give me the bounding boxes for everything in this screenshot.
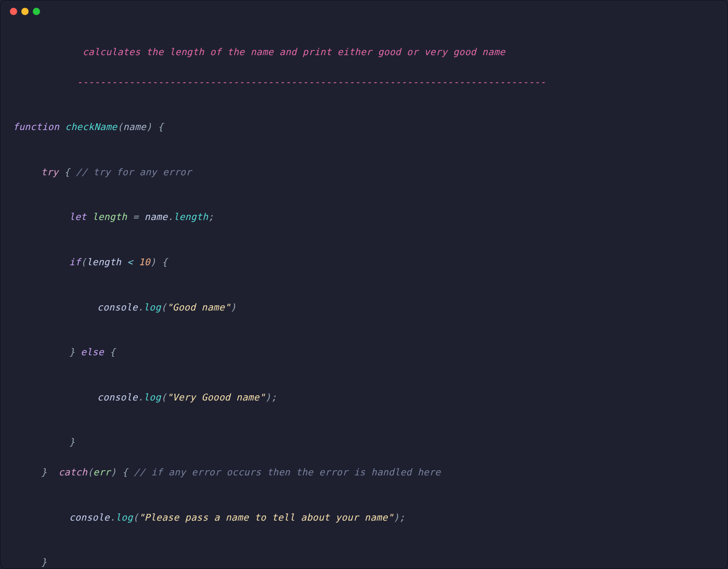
paren-open: (: [81, 256, 86, 267]
code-line: } else {: [13, 345, 715, 360]
code-window: calculates the length of the name and pr…: [0, 0, 728, 569]
console-ref: console: [69, 512, 110, 523]
keyword-else: else: [81, 346, 104, 357]
comment-catch: // if any error occurs then the error is…: [134, 467, 440, 477]
code-line: }: [13, 555, 715, 569]
code-area: calculates the length of the name and pr…: [1, 19, 727, 569]
brace-close: }: [41, 557, 47, 567]
string-good: "Good name": [167, 302, 231, 313]
brace-open: {: [122, 467, 128, 477]
code-line: calculates the length of the name and pr…: [13, 45, 715, 60]
keyword-catch: catch: [58, 467, 87, 477]
keyword-let: let: [69, 211, 86, 222]
console-ref: console: [97, 302, 138, 313]
keyword-if: if: [69, 256, 81, 267]
minimize-icon[interactable]: [21, 8, 29, 15]
code-line: }: [13, 435, 715, 450]
code-line: try { // try for any error: [13, 165, 715, 180]
op-lt: <: [127, 256, 133, 267]
code-line: function checkName(name) {: [13, 120, 715, 135]
dot: .: [138, 302, 144, 313]
semicolon: ;: [271, 392, 277, 403]
paren-open: (: [161, 392, 167, 403]
number-ten: 10: [139, 256, 150, 267]
brace-open: {: [158, 121, 163, 132]
paren-open: (: [117, 121, 123, 132]
paren-close: ): [230, 302, 236, 313]
code-line: } catch(err) { // if any error occurs th…: [13, 465, 715, 480]
close-icon[interactable]: [10, 8, 17, 15]
code-line: let length = name.length;: [13, 210, 715, 225]
name-ref: name: [145, 211, 168, 222]
console-ref: console: [97, 392, 138, 403]
semicolon: ;: [399, 512, 405, 523]
header-comment: calculates the length of the name and pr…: [83, 46, 505, 57]
code-line: console.log("Very Goood name");: [13, 390, 715, 405]
dot: .: [167, 211, 173, 222]
string-please: "Please pass a name to tell about your n…: [139, 512, 394, 523]
maximize-icon[interactable]: [33, 8, 40, 15]
prop-length: length: [174, 211, 209, 222]
comment-try: // try for any error: [76, 166, 192, 177]
op-eq: =: [133, 211, 139, 222]
brace-close: }: [69, 346, 75, 357]
window-titlebar: [1, 1, 727, 19]
code-line: ----------------------------------------…: [13, 75, 715, 90]
method-log: log: [144, 302, 161, 313]
param-name: name: [123, 121, 147, 132]
string-verygood: "Very Goood name": [167, 392, 265, 403]
code-line: if(length < 10) {: [13, 255, 715, 270]
dot: .: [138, 392, 144, 403]
var-length: length: [93, 211, 127, 222]
paren-close: ): [265, 392, 271, 403]
paren-close: ): [394, 512, 399, 523]
brace-close: }: [41, 467, 47, 477]
paren-open: (: [133, 512, 139, 523]
method-log: log: [115, 512, 133, 523]
keyword-try: try: [41, 166, 58, 177]
semicolon: ;: [208, 211, 214, 222]
function-name: checkName: [65, 121, 117, 132]
var-ref: length: [86, 256, 121, 267]
code-line: console.log("Good name"): [13, 300, 715, 315]
brace-close: }: [69, 436, 75, 447]
paren-close: ): [146, 121, 152, 132]
dot: .: [110, 512, 115, 523]
paren-open: (: [161, 302, 167, 313]
paren-open: (: [87, 467, 93, 477]
paren-close: ): [150, 256, 156, 267]
brace-open: {: [110, 346, 115, 357]
param-err: err: [93, 467, 110, 477]
code-line: console.log("Please pass a name to tell …: [13, 510, 715, 525]
paren-close: ): [111, 467, 116, 477]
keyword-function: function: [13, 121, 59, 132]
brace-open: {: [162, 256, 167, 267]
comment-divider: ----------------------------------------…: [77, 76, 546, 87]
method-log: log: [144, 392, 161, 403]
brace-open: {: [64, 166, 70, 177]
